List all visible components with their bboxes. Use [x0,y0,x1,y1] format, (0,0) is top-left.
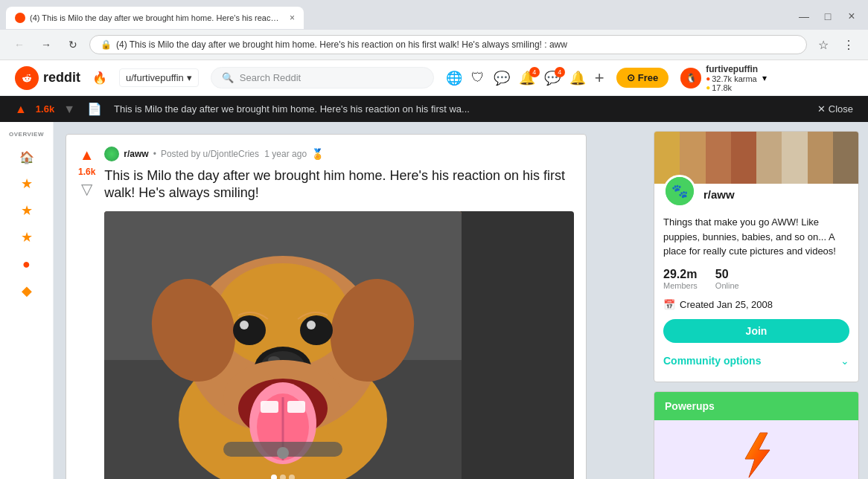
vote-column: ▲ 1.6k ▽ [78,147,95,198]
free-button-label: Free [638,72,658,83]
ann-doc-icon: 📄 [87,102,102,116]
sidebar-overview-label: OVERVIEW [9,131,44,138]
image-dots [271,475,295,479]
upvote-button[interactable]: ▲ [80,147,95,164]
add-icon[interactable]: + [595,68,604,88]
notification-icon[interactable]: 🔔 4 [519,70,535,86]
close-window-button[interactable]: × [841,6,862,27]
time-ago: 1 year ago [264,149,307,159]
post-card: ▲ 1.6k ▽ r/aww • Posted by u/DjontleCrie… [66,134,587,479]
ann-downvote-icon[interactable]: ▼ [63,103,75,116]
dot-1[interactable] [271,475,277,479]
sidebar-item-home[interactable]: 🏠 [19,150,34,164]
tab-close-button[interactable]: × [290,13,295,23]
sub-avatar-inner: 🐾 [666,177,694,205]
back-button[interactable]: ← [9,34,30,55]
sidebar-item-orange-1[interactable]: ◆ [19,283,34,298]
powerups-body [654,420,858,480]
fire-icon: 🔥 [92,71,107,85]
address-text: (4) This is Milo the day after we brough… [116,39,567,50]
refresh-button[interactable]: ↻ [63,34,83,55]
globe-icon[interactable]: 🌐 [446,70,462,86]
bookmark-button[interactable]: ☆ [813,34,834,55]
subreddit-avatar: 🐾 [663,175,696,208]
post-byline: Posted by u/DjontleCries 1 year ago [161,149,307,159]
post-layout: ▲ 1.6k ▽ r/aww • Posted by u/DjontleCrie… [78,147,574,479]
svg-rect-20 [261,401,278,413]
banner-seg-3 [706,132,731,184]
chat2-icon[interactable]: 💬 4 [544,70,561,86]
user-dropdown[interactable]: u/furtivepuffin ▾ [119,68,199,87]
username-label: u/furtivepuffin [126,72,184,83]
active-tab[interactable]: (4) This is Milo the day after we brough… [6,7,304,29]
subreddit-card-body: 🐾 r/aww Things that make you go AWW! Lik… [654,184,858,382]
subreddit-icon [104,147,119,161]
browser-more-button[interactable]: ⋮ [838,34,859,55]
community-options[interactable]: Community options ⌄ [663,349,849,373]
free-button[interactable]: ⊙ Free [616,68,668,88]
members-value: 29.2m [663,268,698,281]
community-options-chevron-icon: ⌄ [840,355,849,367]
powerups-title: Powerups [665,400,715,412]
banner-seg-7 [808,132,833,184]
chat-icon[interactable]: 💬 [494,70,510,86]
ann-upvote-icon[interactable]: ▲ [15,103,27,116]
members-stat: 29.2m Members [663,268,698,290]
reddit-logo-icon [15,66,39,90]
karma-row-1: ● 32.7k karma [706,74,758,83]
minimize-button[interactable]: — [794,6,814,27]
online-label: Online [715,281,739,290]
online-stat: 50 Online [715,268,739,290]
vote-count-display: 1.6k [78,167,95,177]
browser-actions: ☆ ⋮ [813,34,859,55]
banner-seg-6 [782,132,807,184]
bell-icon[interactable]: 🔔 [569,70,586,86]
browser-nav: ← → ↻ 🔒 (4) This is Milo the day after w… [0,30,868,60]
subreddit-name[interactable]: r/aww [124,149,148,159]
subreddit-description: Things that make you go AWW! Like puppie… [663,215,849,259]
user-profile[interactable]: 🐧 furtivepuffin ● 32.7k karma ● 17.8k ▾ [680,64,767,92]
maximize-button[interactable]: □ [817,6,838,27]
shield-icon[interactable]: 🛡 [471,70,485,86]
award-icon: 🏅 [311,148,324,160]
dot-2[interactable] [280,475,286,479]
profile-chevron: ▾ [762,73,767,83]
announcement-close[interactable]: ✕ Close [817,103,853,115]
karma-32k: 32.7k karma [712,74,757,83]
subreddit-display-name[interactable]: r/aww [703,188,735,201]
sidebar-item-star-4[interactable]: ● [19,257,34,271]
reddit-logo[interactable]: reddit [15,66,80,90]
post-image-container [104,211,574,479]
reddit-logo-text: reddit [43,70,80,86]
banner-seg-4 [731,132,756,184]
karma-info: furtivepuffin ● 32.7k karma ● 17.8k [706,64,758,92]
home-icon: 🏠 [19,150,34,164]
sidebar-item-star-1[interactable]: ★ [19,176,34,191]
right-sidebar: 🐾 r/aww Things that make you go AWW! Lik… [645,122,868,479]
tab-title: (4) This is Milo the day after we brough… [30,13,281,22]
close-label: Close [829,103,853,115]
svg-rect-21 [287,401,305,413]
banner-seg-5 [756,132,782,184]
username-display: furtivepuffin [706,64,758,74]
svg-point-11 [307,321,316,329]
sidebar-item-star-3[interactable]: ★ [19,230,34,245]
search-bar[interactable]: 🔍 Search Reddit [211,67,434,89]
subreddit-created: 📅 Created Jan 25, 2008 [663,299,849,310]
sidebar-orange-icon-1: ◆ [19,283,34,298]
downvote-button[interactable]: ▽ [81,180,92,198]
lock-icon: 🔒 [100,39,112,50]
dot-3[interactable] [289,475,295,479]
svg-point-9 [300,315,333,345]
svg-point-8 [233,315,266,345]
powerups-card: Powerups [654,391,859,480]
community-options-label: Community options [663,355,761,367]
coin-icon: ⊙ [627,72,635,83]
join-button[interactable]: Join [663,319,849,343]
dog-image [104,211,462,479]
address-bar[interactable]: 🔒 (4) This is Milo the day after we brou… [89,35,807,54]
svg-point-23 [277,447,289,459]
forward-button[interactable]: → [36,34,57,55]
left-sidebar: OVERVIEW 🏠 ★ ★ ★ ● ◆ [0,122,54,479]
sidebar-item-star-2[interactable]: ★ [19,203,34,218]
